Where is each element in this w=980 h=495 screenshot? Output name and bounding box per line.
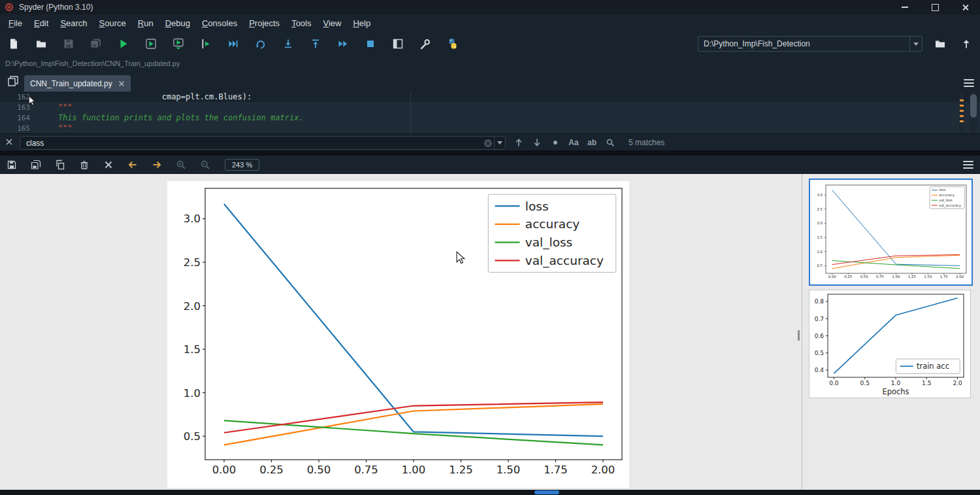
match-case-toggle[interactable]: Aa bbox=[568, 137, 579, 148]
close-button[interactable] bbox=[950, 0, 980, 14]
step-return-icon bbox=[310, 38, 321, 50]
remove-plot-button[interactable] bbox=[76, 157, 93, 173]
svg-text:0.5: 0.5 bbox=[860, 380, 870, 386]
divider-handle[interactable] bbox=[798, 330, 800, 341]
menu-search[interactable]: Search bbox=[54, 16, 93, 31]
previous-plot-button[interactable] bbox=[124, 157, 141, 173]
svg-text:2.5: 2.5 bbox=[184, 256, 201, 269]
find-next-button[interactable] bbox=[532, 137, 542, 148]
code-line[interactable]: 162 cmap=plt.cm.Blues): bbox=[0, 92, 980, 102]
code-editor[interactable]: 162 cmap=plt.cm.Blues):163 """164 This f… bbox=[0, 92, 980, 133]
python-env-button[interactable] bbox=[444, 35, 461, 52]
zoom-out-button[interactable] bbox=[197, 157, 214, 173]
preferences-button[interactable] bbox=[417, 35, 434, 52]
code-line[interactable]: 165 """ bbox=[0, 123, 980, 133]
whole-words-toggle[interactable]: ab bbox=[587, 137, 597, 148]
svg-text:0.4: 0.4 bbox=[815, 367, 825, 373]
scrollbar-handle[interactable] bbox=[534, 490, 559, 494]
menu-projects[interactable]: Projects bbox=[243, 16, 286, 31]
code-line[interactable]: 163 """ bbox=[0, 102, 980, 112]
run-button[interactable] bbox=[115, 35, 132, 52]
code-text: """ bbox=[39, 103, 73, 112]
menu-run[interactable]: Run bbox=[132, 16, 159, 31]
menu-help[interactable]: Help bbox=[347, 16, 376, 31]
debug-file-button[interactable] bbox=[225, 35, 242, 52]
svg-text:0.6: 0.6 bbox=[815, 333, 825, 339]
svg-text:1.00: 1.00 bbox=[892, 275, 900, 279]
maximize-pane-button[interactable] bbox=[389, 35, 406, 52]
zoom-in-button[interactable] bbox=[172, 157, 189, 173]
wrench-icon bbox=[419, 38, 431, 50]
new-file-button[interactable] bbox=[5, 35, 22, 52]
copy-icon bbox=[55, 160, 65, 170]
menu-source[interactable]: Source bbox=[93, 16, 132, 31]
working-directory-combo[interactable]: D:\Python_Imp\Fish_Detection bbox=[698, 36, 923, 52]
run-icon bbox=[118, 38, 129, 50]
step-return-button[interactable] bbox=[307, 35, 324, 52]
search-history-dropdown[interactable] bbox=[494, 137, 505, 149]
debug-continue-button[interactable] bbox=[252, 35, 269, 52]
tab-label: CNN_Train_updated.py bbox=[30, 79, 112, 88]
regex-toggle[interactable] bbox=[605, 137, 615, 148]
menu-view[interactable]: View bbox=[317, 16, 347, 31]
svg-text:0.00: 0.00 bbox=[828, 275, 837, 279]
save-all-button[interactable] bbox=[88, 35, 105, 52]
menu-consoles[interactable]: Consoles bbox=[196, 16, 243, 31]
save-button[interactable] bbox=[60, 35, 77, 52]
svg-text:val_accuracy: val_accuracy bbox=[939, 203, 961, 208]
editor-tab-bar: CNN_Train_updated.py bbox=[0, 71, 980, 92]
svg-text:2.00: 2.00 bbox=[591, 464, 615, 476]
plot-thumbnail-selected[interactable]: 0.000.250.500.751.001.251.501.752.000.51… bbox=[809, 179, 973, 286]
stop-debug-button[interactable] bbox=[362, 35, 379, 52]
save-all-plots-button[interactable] bbox=[27, 157, 44, 173]
find-close-button[interactable] bbox=[5, 137, 14, 146]
python-logo-icon bbox=[447, 38, 459, 50]
continue-execution-button[interactable] bbox=[335, 35, 351, 52]
svg-text:1.50: 1.50 bbox=[924, 275, 932, 279]
step-into-button[interactable] bbox=[280, 35, 297, 52]
find-previous-button[interactable] bbox=[514, 137, 524, 148]
svg-text:0.50: 0.50 bbox=[307, 464, 331, 476]
tab-close-icon[interactable] bbox=[118, 80, 125, 87]
code-line[interactable]: 164 This function prints and plots the c… bbox=[0, 112, 980, 123]
zoom-level: 243 % bbox=[225, 159, 259, 171]
svg-text:1.5: 1.5 bbox=[817, 235, 823, 239]
menu-debug[interactable]: Debug bbox=[159, 16, 196, 31]
run-cell-advance-button[interactable] bbox=[170, 35, 187, 52]
plots-options-menu-button[interactable] bbox=[963, 161, 973, 169]
svg-text:0.8: 0.8 bbox=[815, 298, 825, 305]
save-all-icon bbox=[31, 160, 41, 170]
editor-scrollbar[interactable] bbox=[969, 92, 977, 133]
horizontal-scrollbar[interactable] bbox=[0, 490, 980, 495]
working-directory-dropdown-button[interactable] bbox=[909, 37, 922, 51]
menu-tools[interactable]: Tools bbox=[286, 16, 317, 31]
current-plot-figure[interactable]: 0.000.250.500.751.001.251.501.752.000.51… bbox=[167, 181, 629, 488]
svg-text:2.00: 2.00 bbox=[956, 275, 964, 279]
parent-directory-button[interactable] bbox=[958, 35, 975, 52]
browse-tabs-button[interactable] bbox=[5, 73, 21, 89]
menu-file[interactable]: File bbox=[3, 16, 28, 31]
editor-options-menu-button[interactable] bbox=[964, 79, 974, 87]
svg-text:0.5: 0.5 bbox=[184, 430, 201, 443]
plot-thumbnail-2[interactable]: 0.00.51.01.52.00.40.50.60.70.8Epochstrai… bbox=[809, 290, 971, 398]
highlight-matches-toggle[interactable] bbox=[550, 137, 561, 148]
svg-text:accuracy: accuracy bbox=[939, 193, 954, 197]
save-plot-button[interactable] bbox=[3, 157, 20, 173]
pane-splitter[interactable] bbox=[0, 150, 980, 156]
copy-image-button[interactable] bbox=[52, 157, 69, 173]
remove-all-plots-button[interactable] bbox=[100, 157, 117, 173]
open-file-button[interactable] bbox=[33, 35, 50, 52]
search-input[interactable] bbox=[20, 139, 482, 148]
clear-search-button[interactable] bbox=[482, 139, 494, 148]
debug-icon bbox=[227, 38, 239, 50]
svg-text:2.0: 2.0 bbox=[184, 300, 201, 313]
browse-directory-button[interactable] bbox=[932, 35, 949, 52]
tab-cnn-train-updated[interactable]: CNN_Train_updated.py bbox=[24, 75, 131, 92]
menu-edit[interactable]: Edit bbox=[28, 16, 54, 31]
run-cell-button[interactable] bbox=[142, 35, 159, 52]
svg-text:1.00: 1.00 bbox=[402, 464, 426, 476]
minimize-button[interactable] bbox=[890, 0, 920, 14]
run-selection-button[interactable] bbox=[197, 35, 214, 52]
maximize-button[interactable] bbox=[920, 0, 950, 14]
next-plot-button[interactable] bbox=[148, 157, 165, 173]
